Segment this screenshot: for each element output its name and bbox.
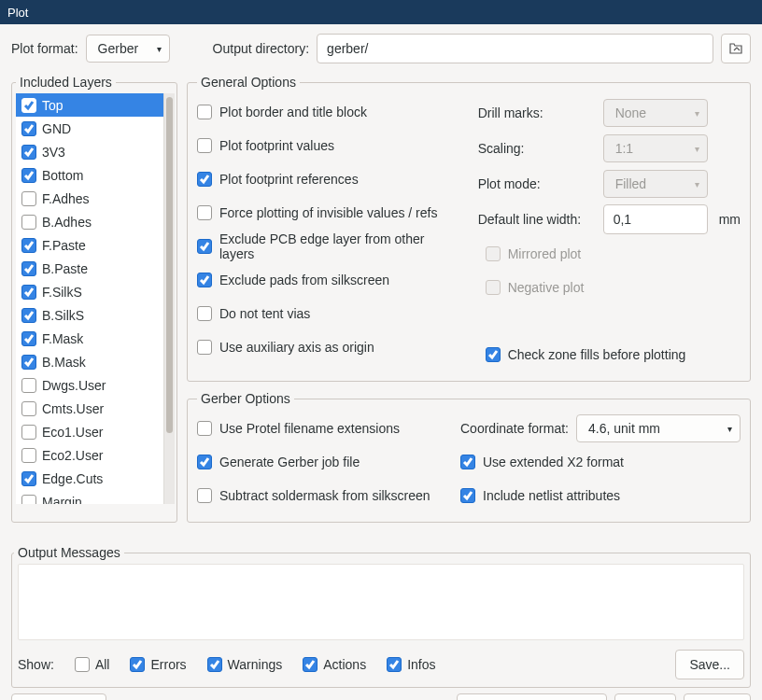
checkbox-icon <box>460 488 475 503</box>
option-checkbox[interactable]: Exclude pads from silkscreen <box>197 263 459 297</box>
layer-item-b-paste[interactable]: B.Paste <box>16 257 163 280</box>
coordinate-format-label: Coordinate format: <box>460 421 569 436</box>
layer-item-edge-cuts[interactable]: Edge.Cuts <box>16 467 163 490</box>
plot-format-label: Plot format: <box>11 41 78 56</box>
option-checkbox[interactable]: Exclude PCB edge layer from other layers <box>197 230 459 263</box>
show-infos-checkbox[interactable]: Infos <box>387 657 435 672</box>
show-all-checkbox[interactable]: All <box>75 657 110 672</box>
layers-scrollbar[interactable] <box>163 93 175 504</box>
gerber-options-legend: Gerber Options <box>197 391 294 406</box>
plot-mode-combobox[interactable]: Filled ▾ <box>603 170 708 198</box>
option-checkbox[interactable]: Plot border and title block <box>197 95 459 129</box>
checkbox-icon <box>21 401 36 416</box>
layer-item-3v3[interactable]: 3V3 <box>16 140 163 163</box>
scrollbar-thumb[interactable] <box>166 97 173 433</box>
plot-button[interactable]: Plot <box>684 693 751 700</box>
chevron-down-icon: ▾ <box>157 44 162 54</box>
layer-item-bottom[interactable]: Bottom <box>16 163 163 187</box>
layer-label: Edge.Cuts <box>42 471 103 486</box>
run-drc-button[interactable]: Run DRC... <box>11 693 106 700</box>
included-layers-group: Included Layers TopGND3V3BottomF.AdhesB.… <box>11 75 177 523</box>
layer-item-b-silks[interactable]: B.SilkS <box>16 303 163 327</box>
layer-item-margin[interactable]: Margin <box>16 490 163 504</box>
gerber-grid: Use Protel filename extensionsCoordinate… <box>197 412 741 512</box>
drill-marks-combobox[interactable]: None ▾ <box>603 99 708 127</box>
layer-item-f-mask[interactable]: F.Mask <box>16 327 163 350</box>
output-messages-area[interactable] <box>18 564 744 640</box>
checkbox-icon <box>21 448 36 463</box>
option-checkbox[interactable]: Use Protel filename extensions <box>197 412 442 445</box>
option-checkbox[interactable]: Use extended X2 format <box>460 445 741 479</box>
layer-label: B.Adhes <box>42 215 92 230</box>
option-checkbox[interactable]: Force plotting of invisible values / ref… <box>197 196 459 230</box>
output-directory-input[interactable] <box>317 34 713 63</box>
show-row: Show: All Errors Warnings Actions Infos … <box>18 640 744 683</box>
browse-button[interactable] <box>721 34 751 63</box>
scaling-row: Scaling: 1:1 ▾ <box>478 131 741 166</box>
layer-label: 3V3 <box>42 145 65 160</box>
show-errors-checkbox[interactable]: Errors <box>130 657 186 672</box>
layer-label: F.Mask <box>42 331 83 346</box>
checkbox-icon <box>197 105 212 119</box>
plot-mode-row: Plot mode: Filled ▾ <box>478 166 741 202</box>
layer-label: Eco1.User <box>42 425 103 440</box>
right-column: General Options Plot border and title bl… <box>187 75 751 523</box>
layer-item-f-silks[interactable]: F.SilkS <box>16 280 163 303</box>
layer-label: F.Adhes <box>42 191 90 206</box>
checkbox-icon <box>21 121 36 136</box>
checkbox-icon <box>197 172 212 187</box>
show-warnings-checkbox[interactable]: Warnings <box>207 657 283 672</box>
scaling-label: Scaling: <box>478 141 596 156</box>
layer-label: B.Paste <box>42 261 88 276</box>
chevron-down-icon: ▾ <box>727 424 732 434</box>
option-checkbox[interactable]: Use auxiliary axis as origin <box>197 330 459 364</box>
layer-label: Margin <box>42 495 82 505</box>
checkbox-icon <box>197 340 212 355</box>
window-title: Plot <box>7 6 28 20</box>
layer-item-cmts-user[interactable]: Cmts.User <box>16 397 163 420</box>
save-button[interactable]: Save... <box>675 650 744 679</box>
main-columns: Included Layers TopGND3V3BottomF.AdhesB.… <box>11 75 751 523</box>
show-actions-checkbox[interactable]: Actions <box>303 657 366 672</box>
general-options-legend: General Options <box>197 75 300 90</box>
layer-item-top[interactable]: Top <box>16 93 163 117</box>
layer-label: B.SilkS <box>42 308 84 323</box>
checkbox-icon <box>197 421 212 436</box>
option-checkbox: Mirrored plot <box>478 237 741 271</box>
layer-item-dwgs-user[interactable]: Dwgs.User <box>16 373 163 397</box>
layer-item-f-paste[interactable]: F.Paste <box>16 233 163 257</box>
option-checkbox[interactable]: Plot footprint values <box>197 129 459 162</box>
content: Plot format: Gerber ▾ Output directory: … <box>0 24 762 700</box>
layer-item-gnd[interactable]: GND <box>16 117 163 140</box>
drill-marks-label: Drill marks: <box>478 105 596 120</box>
chevron-down-icon: ▾ <box>695 179 699 189</box>
option-checkbox[interactable]: Check zone fills before plotting <box>478 338 741 371</box>
scaling-combobox[interactable]: 1:1 ▾ <box>603 134 708 162</box>
line-width-input[interactable] <box>603 204 708 234</box>
option-checkbox[interactable]: Subtract soldermask from silkscreen <box>197 479 442 512</box>
plot-mode-label: Plot mode: <box>478 176 596 191</box>
checkbox-icon <box>21 308 36 323</box>
layer-list[interactable]: TopGND3V3BottomF.AdhesB.AdhesF.PasteB.Pa… <box>16 93 163 504</box>
option-checkbox[interactable]: Include netlist attributes <box>460 479 741 512</box>
show-label: Show: <box>18 657 54 672</box>
general-options-group: General Options Plot border and title bl… <box>187 75 751 382</box>
option-checkbox[interactable]: Plot footprint references <box>197 162 459 196</box>
plot-format-combobox[interactable]: Gerber ▾ <box>86 35 170 63</box>
layer-item-b-mask[interactable]: B.Mask <box>16 350 163 373</box>
layer-item-b-adhes[interactable]: B.Adhes <box>16 210 163 233</box>
close-button[interactable]: Close <box>614 693 676 700</box>
layer-item-eco2-user[interactable]: Eco2.User <box>16 443 163 467</box>
generate-drill-files-button[interactable]: Generate Drill Files... <box>457 693 607 700</box>
general-right: Drill marks: None ▾ Scaling: 1:1 ▾ <box>478 95 741 371</box>
checkbox-icon <box>21 98 36 113</box>
layer-item-eco1-user[interactable]: Eco1.User <box>16 420 163 443</box>
folder-icon <box>728 41 743 56</box>
checkbox-icon <box>486 347 501 362</box>
coordinate-format-combobox[interactable]: 4.6, unit mm▾ <box>576 414 741 442</box>
option-checkbox[interactable]: Do not tent vias <box>197 297 459 330</box>
checkbox-icon <box>197 488 212 503</box>
layer-item-f-adhes[interactable]: F.Adhes <box>16 187 163 210</box>
option-checkbox[interactable]: Generate Gerber job file <box>197 445 442 479</box>
layer-label: Top <box>42 98 64 113</box>
